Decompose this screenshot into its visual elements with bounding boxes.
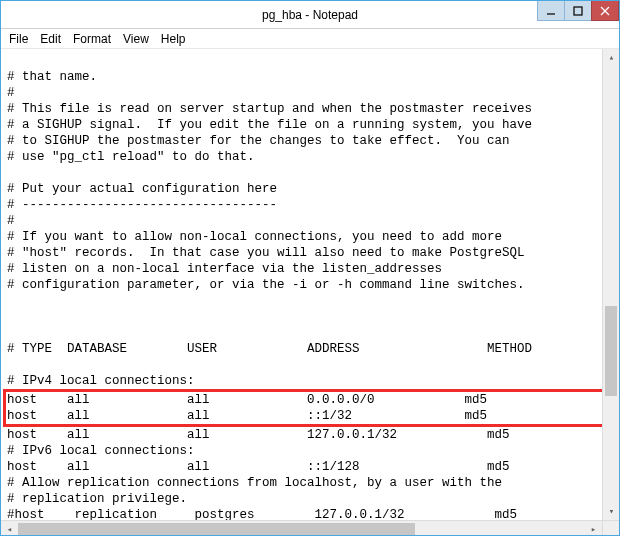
scroll-thumb[interactable] bbox=[605, 306, 617, 396]
text-line: host all all 0.0.0.0/0 md5 bbox=[7, 393, 487, 407]
minimize-button[interactable] bbox=[537, 1, 565, 21]
text-line: # bbox=[7, 86, 15, 100]
svg-rect-1 bbox=[574, 7, 582, 15]
menu-edit[interactable]: Edit bbox=[40, 32, 61, 46]
scroll-up-icon[interactable]: ▴ bbox=[603, 49, 620, 66]
scroll-track[interactable] bbox=[603, 66, 619, 503]
editor-area: # that name. # # This file is read on se… bbox=[1, 49, 619, 536]
menu-file[interactable]: File bbox=[9, 32, 28, 46]
text-line: # Allow replication connections from loc… bbox=[7, 476, 502, 490]
scroll-thumb[interactable] bbox=[18, 523, 415, 535]
text-line: # ---------------------------------- bbox=[7, 198, 277, 212]
scroll-corner bbox=[602, 520, 619, 536]
text-line: # listen on a non-local interface via th… bbox=[7, 262, 442, 276]
text-line: # TYPE DATABASE USER ADDRESS METHOD bbox=[7, 342, 532, 356]
scroll-right-icon[interactable]: ▸ bbox=[585, 521, 602, 536]
text-line: # bbox=[7, 214, 15, 228]
text-line: host all all 127.0.0.1/32 md5 bbox=[7, 428, 510, 442]
text-line: # that name. bbox=[7, 70, 97, 84]
text-line: # configuration parameter, or via the -i… bbox=[7, 278, 525, 292]
text-line: host all all ::1/32 md5 bbox=[7, 409, 487, 423]
menu-format[interactable]: Format bbox=[73, 32, 111, 46]
text-line: # If you want to allow non-local connect… bbox=[7, 230, 502, 244]
vertical-scrollbar[interactable]: ▴ ▾ bbox=[602, 49, 619, 520]
maximize-button[interactable] bbox=[564, 1, 592, 21]
text-line: # use "pg_ctl reload" to do that. bbox=[7, 150, 255, 164]
window-title: pg_hba - Notepad bbox=[1, 8, 619, 22]
text-line: # replication privilege. bbox=[7, 492, 187, 506]
text-line: # IPv4 local connections: bbox=[7, 374, 195, 388]
text-line: host all all ::1/128 md5 bbox=[7, 460, 510, 474]
text-line: # to SIGHUP the postmaster for the chang… bbox=[7, 134, 510, 148]
text-line: # IPv6 local connections: bbox=[7, 444, 195, 458]
close-button[interactable] bbox=[591, 1, 619, 21]
highlighted-region: host all all 0.0.0.0/0 md5 host all all … bbox=[3, 389, 602, 427]
text-line: # "host" records. In that case you will … bbox=[7, 246, 525, 260]
text-line: # This file is read on server startup an… bbox=[7, 102, 532, 116]
scroll-left-icon[interactable]: ◂ bbox=[1, 521, 18, 536]
menu-view[interactable]: View bbox=[123, 32, 149, 46]
scroll-down-icon[interactable]: ▾ bbox=[603, 503, 620, 520]
text-line: #host replication postgres 127.0.0.1/32 … bbox=[7, 508, 517, 520]
text-line: # a SIGHUP signal. If you edit the file … bbox=[7, 118, 532, 132]
horizontal-scrollbar[interactable]: ◂ ▸ bbox=[1, 520, 602, 536]
menu-help[interactable]: Help bbox=[161, 32, 186, 46]
menu-bar: File Edit Format View Help bbox=[1, 29, 619, 49]
title-bar: pg_hba - Notepad bbox=[1, 1, 619, 29]
text-line: # Put your actual configuration here bbox=[7, 182, 277, 196]
window-controls bbox=[538, 1, 619, 21]
scroll-track[interactable] bbox=[18, 521, 585, 536]
text-editor[interactable]: # that name. # # This file is read on se… bbox=[1, 49, 602, 520]
